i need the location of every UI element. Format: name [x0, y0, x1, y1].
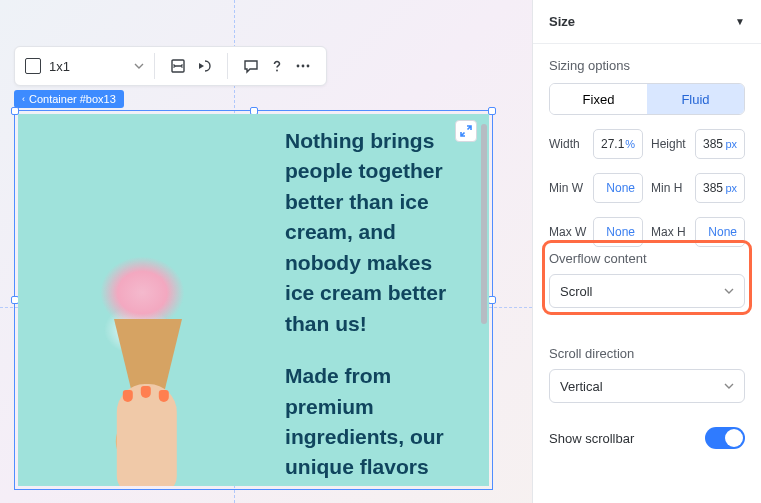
sizing-options-label: Sizing options [549, 58, 745, 73]
scrollbar-thumb[interactable] [481, 124, 487, 324]
width-label: Width [549, 137, 587, 151]
overflow-group-highlight: Overflow content Scroll [549, 247, 745, 308]
svg-point-1 [276, 70, 278, 72]
collapse-icon: ▼ [735, 16, 745, 27]
scrolldir-value: Vertical [560, 379, 603, 394]
height-label: Height [651, 137, 689, 151]
svg-point-2 [297, 65, 300, 68]
canvas[interactable]: 1x1 ‹ Con [0, 0, 532, 503]
maxh-input[interactable]: None [695, 217, 745, 247]
chevron-down-icon [134, 61, 144, 71]
maxh-label: Max H [651, 225, 689, 239]
svg-point-4 [307, 65, 310, 68]
maxw-input[interactable]: None [593, 217, 643, 247]
hand-shape [116, 384, 176, 486]
hero-image [18, 114, 277, 486]
selection-badge-label: Container #box13 [29, 93, 116, 105]
overflow-label: Overflow content [549, 251, 745, 266]
context-toolbar: 1x1 [14, 46, 327, 86]
rotate-icon[interactable] [191, 53, 217, 79]
ratio-selector[interactable]: 1x1 [15, 47, 154, 85]
body-text: Nothing brings people together better th… [277, 114, 489, 486]
overflow-value: Scroll [560, 284, 593, 299]
selection-badge[interactable]: ‹ Container #box13 [14, 90, 124, 108]
minh-label: Min H [651, 181, 689, 195]
fit-width-icon[interactable] [165, 53, 191, 79]
sizing-fluid-button[interactable]: Fluid [647, 84, 744, 114]
chevron-down-icon [724, 284, 734, 299]
help-icon[interactable] [264, 53, 290, 79]
sizing-fixed-button[interactable]: Fixed [550, 84, 647, 114]
minw-input[interactable]: None [593, 173, 643, 203]
paragraph-1: Nothing brings people together better th… [285, 126, 467, 339]
chevron-left-icon: ‹ [22, 94, 25, 104]
overflow-dropdown[interactable]: Scroll [549, 274, 745, 308]
minh-input[interactable]: 385 px [695, 173, 745, 203]
scrolldir-dropdown[interactable]: Vertical [549, 369, 745, 403]
properties-panel: Size ▼ Sizing options Fixed Fluid Width … [532, 0, 761, 503]
show-scrollbar-toggle[interactable] [705, 427, 745, 449]
resize-handle-ne[interactable] [488, 107, 496, 115]
resize-handle-e[interactable] [488, 296, 496, 304]
ratio-label: 1x1 [49, 59, 70, 74]
height-input[interactable]: 385 px [695, 129, 745, 159]
section-size-header[interactable]: Size ▼ [533, 0, 761, 44]
scrolldir-label: Scroll direction [549, 346, 745, 361]
maxw-label: Max W [549, 225, 587, 239]
comment-icon[interactable] [238, 53, 264, 79]
minw-label: Min W [549, 181, 587, 195]
width-input[interactable]: 27.1 % [593, 129, 643, 159]
section-title: Size [549, 14, 575, 29]
content-scrollbar[interactable] [481, 124, 487, 476]
sizing-mode-segmented: Fixed Fluid [549, 83, 745, 115]
show-scrollbar-label: Show scrollbar [549, 431, 634, 446]
svg-point-3 [302, 65, 305, 68]
container-content: Nothing brings people together better th… [18, 114, 489, 486]
chevron-down-icon [724, 379, 734, 394]
paragraph-2: Made from premium ingredients, our uniqu… [285, 361, 467, 483]
expand-button[interactable] [455, 120, 477, 142]
more-icon[interactable] [290, 53, 316, 79]
square-icon [25, 58, 41, 74]
selected-container[interactable]: Nothing brings people together better th… [14, 110, 493, 490]
